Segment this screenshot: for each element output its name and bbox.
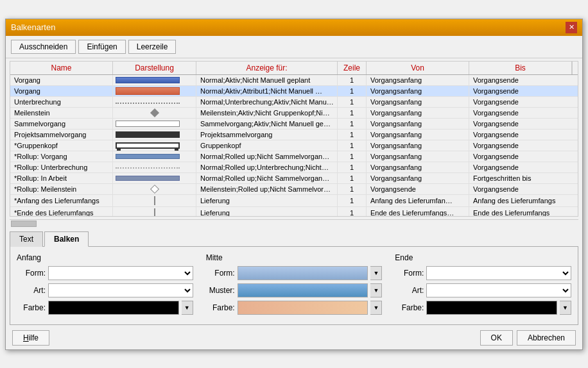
td-display: Sammelvorgang;Aktiv;Nicht Manuell ge… xyxy=(196,119,338,129)
empty-row-button[interactable]: Leerzeile xyxy=(128,40,177,54)
td-bis: Vorgangsende xyxy=(469,108,572,118)
col-name: Name xyxy=(10,62,113,74)
td-zeile: 1 xyxy=(338,140,367,151)
anfang-form-row: Form: xyxy=(17,266,193,280)
td-zeile: 1 xyxy=(338,151,367,162)
mitte-muster-dropdown[interactable]: ▼ xyxy=(370,283,382,297)
cancel-button[interactable]: Abbrechen xyxy=(517,330,576,346)
td-name: *Rollup: Vorgang xyxy=(10,151,113,162)
table-body[interactable]: Vorgang Normal;Aktiv;Nicht Manuell gepla… xyxy=(10,75,578,216)
form-section: Anfang Form: Art: Farbe: ▼ xyxy=(17,253,571,318)
mitte-form-dropdown[interactable]: ▼ xyxy=(370,266,382,280)
ende-farbe-dropdown[interactable]: ▼ xyxy=(560,301,571,315)
td-name: Vorgang xyxy=(10,86,113,96)
td-von: Vorgangsanfang xyxy=(367,162,469,172)
tab-balken[interactable]: Balken xyxy=(44,231,89,247)
td-von: Vorgangsanfang xyxy=(367,75,469,85)
tab-bar: Text Balken xyxy=(10,231,578,247)
mitte-farbe-row: Farbe: ▼ xyxy=(206,301,383,315)
td-von: Ende des Lieferumfangs… xyxy=(367,207,469,216)
td-name: *Rollup: Meilenstein xyxy=(10,184,113,194)
td-display: Normal;Unterbrechung;Aktiv;Nicht Manu… xyxy=(196,97,338,107)
paste-button[interactable]: Einfügen xyxy=(78,40,125,54)
td-name: Unterbrechung xyxy=(10,97,113,107)
td-von: Vorgangsanfang xyxy=(367,86,469,96)
table-row[interactable]: *Ende des Lieferumfangs Lieferung 1 Ende… xyxy=(10,207,578,216)
td-display: Projektsammelvorgang xyxy=(196,130,338,140)
td-zeile: 1 xyxy=(338,207,367,216)
title-bar: Balkenarten ✕ xyxy=(6,19,582,36)
td-bar xyxy=(113,97,196,107)
horizontal-scrollbar[interactable] xyxy=(10,219,578,228)
ende-farbe-row: Farbe: ▼ xyxy=(395,301,571,315)
table-row[interactable]: *Rollup: In Arbeit Normal;Rolled up;Nich… xyxy=(10,173,578,184)
td-name: Projektsammelvorgang xyxy=(10,130,113,140)
help-button[interactable]: Hilfe xyxy=(12,330,49,346)
table-row[interactable]: Sammelvorgang Sammelvorgang;Aktiv;Nicht … xyxy=(10,119,578,130)
anfang-art-row: Art: xyxy=(17,283,193,297)
mitte-muster-row: Muster: ▼ xyxy=(206,283,383,297)
td-bis: Vorgangsende xyxy=(469,184,572,194)
ok-button[interactable]: OK xyxy=(480,330,513,346)
table-row[interactable]: *Rollup: Vorgang Normal;Rolled up;Nicht … xyxy=(10,151,578,162)
td-name: *Ende des Lieferumfangs xyxy=(10,207,113,216)
table-row[interactable]: Vorgang Normal;Aktiv;Attribut1;Nicht Man… xyxy=(10,86,578,97)
mitte-form-row: Form: ▼ xyxy=(206,266,383,280)
anfang-farbe-label: Farbe: xyxy=(17,303,46,312)
td-bis: Vorgangsende xyxy=(469,140,572,151)
td-von: Vorgangsanfang xyxy=(367,97,469,107)
anfang-title: Anfang xyxy=(17,253,193,262)
mitte-form-swatch xyxy=(238,266,368,280)
anfang-art-select[interactable] xyxy=(48,283,193,297)
td-display: Lieferung xyxy=(196,207,338,216)
anfang-art-label: Art: xyxy=(17,286,46,295)
td-zeile: 1 xyxy=(338,86,367,96)
col-anzeige: Anzeige für: xyxy=(196,62,338,74)
col-zeile: Zeile xyxy=(338,62,367,74)
td-display: Normal;Aktiv;Nicht Manuell geplant xyxy=(196,75,338,85)
cut-button[interactable]: Ausschneiden xyxy=(11,40,76,54)
td-display: Meilenstein;Rolled up;Nicht Sammelvor… xyxy=(196,184,338,194)
td-zeile: 1 xyxy=(338,130,367,140)
table-row[interactable]: *Rollup: Meilenstein Meilenstein;Rolled … xyxy=(10,184,578,195)
ende-art-row: Art: xyxy=(395,283,571,297)
scrollbar-thumb-h[interactable] xyxy=(11,221,37,227)
table-row[interactable]: Meilenstein Meilenstein;Aktiv;Nicht Grup… xyxy=(10,108,578,119)
table-header: Name Darstellung Anzeige für: Zeile Von … xyxy=(10,62,578,75)
tab-text[interactable]: Text xyxy=(10,231,43,247)
ende-farbe-swatch xyxy=(426,301,557,315)
dialog-title: Balkenarten xyxy=(11,22,55,32)
table-row[interactable]: Projektsammelvorgang Projektsammelvorgan… xyxy=(10,130,578,140)
anfang-form-select[interactable] xyxy=(48,266,193,280)
td-bis: Vorgangsende xyxy=(469,75,572,85)
td-name: *Rollup: Unterbrechung xyxy=(10,162,113,172)
ende-group: Ende Form: Art: Farbe: ▼ xyxy=(395,253,571,318)
td-bis: Vorgangsende xyxy=(469,97,572,107)
mitte-farbe-label: Farbe: xyxy=(206,303,235,312)
table-row[interactable]: Unterbrechung Normal;Unterbrechung;Aktiv… xyxy=(10,97,578,108)
td-bar xyxy=(113,173,196,183)
table-row[interactable]: *Gruppenkopf Gruppenkopf 1 Vorgangsanfan… xyxy=(10,140,578,151)
mitte-farbe-dropdown[interactable]: ▼ xyxy=(370,301,382,315)
table-row[interactable]: *Anfang des Lieferumfangs Lieferung 1 An… xyxy=(10,195,578,207)
td-von: Vorgangsanfang xyxy=(367,173,469,183)
ende-art-select[interactable] xyxy=(426,283,571,297)
anfang-farbe-dropdown[interactable]: ▼ xyxy=(182,301,193,315)
mitte-muster-label: Muster: xyxy=(206,286,235,295)
anfang-group: Anfang Form: Art: Farbe: ▼ xyxy=(17,253,193,318)
table-row[interactable]: Vorgang Normal;Aktiv;Nicht Manuell gepla… xyxy=(10,75,578,86)
td-zeile: 1 xyxy=(338,184,367,194)
td-bar xyxy=(113,162,196,172)
tab-content-balken: Anfang Form: Art: Farbe: ▼ xyxy=(10,247,578,325)
td-bar xyxy=(113,108,196,118)
td-bar xyxy=(113,130,196,140)
ende-form-label: Form: xyxy=(395,269,424,278)
table-row[interactable]: *Rollup: Unterbrechung Normal;Rolled up;… xyxy=(10,162,578,173)
ende-title: Ende xyxy=(395,253,571,262)
td-name: Meilenstein xyxy=(10,108,113,118)
ende-form-select[interactable] xyxy=(426,266,571,280)
td-zeile: 1 xyxy=(338,108,367,118)
td-name: Vorgang xyxy=(10,75,113,85)
close-button[interactable]: ✕ xyxy=(566,22,577,33)
td-zeile: 1 xyxy=(338,173,367,183)
